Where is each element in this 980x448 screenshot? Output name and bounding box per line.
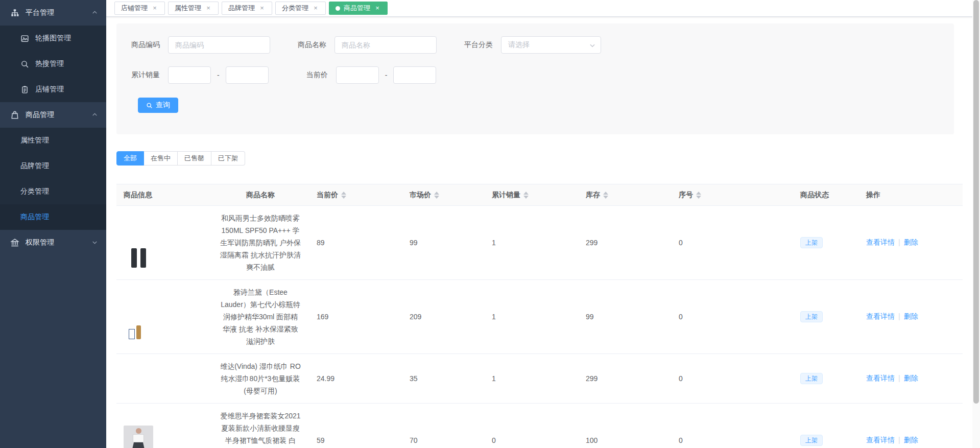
scrollbar-thumb[interactable] xyxy=(973,0,979,404)
tab-brand-management[interactable]: 品牌管理 × xyxy=(222,2,272,15)
tab-attribute-management[interactable]: 属性管理 × xyxy=(168,2,219,15)
delete-link[interactable]: 删除 xyxy=(904,436,918,444)
header-stock[interactable]: 库存 xyxy=(581,191,674,200)
submenu-platform: 轮播图管理 热搜管理 店铺管理 xyxy=(0,26,106,102)
view-detail-link[interactable]: 查看详情 xyxy=(866,374,895,382)
delete-link[interactable]: 删除 xyxy=(904,374,918,382)
close-icon[interactable]: × xyxy=(151,5,158,12)
header-status: 商品状态 xyxy=(795,191,861,200)
stock-cell: 299 xyxy=(581,374,674,383)
market-price-cell: 99 xyxy=(404,239,487,247)
tab-label: 属性管理 xyxy=(175,2,201,14)
sort-carets-icon xyxy=(696,192,701,199)
view-detail-link[interactable]: 查看详情 xyxy=(866,312,895,320)
action-separator: | xyxy=(898,374,900,382)
view-detail-link[interactable]: 查看详情 xyxy=(866,436,895,444)
product-name-label: 商品名称 xyxy=(291,40,326,50)
sales-range-label: 累计销量 xyxy=(124,70,160,80)
sidebar-item-label: 品牌管理 xyxy=(20,161,49,171)
serial-cell: 0 xyxy=(674,436,795,444)
tab-shop-management[interactable]: 店铺管理 × xyxy=(114,2,165,15)
sidebar-item-platform-management[interactable]: 平台管理 xyxy=(0,0,106,26)
query-button[interactable]: 查询 xyxy=(138,98,178,113)
query-button-label: 查询 xyxy=(156,101,170,110)
sidebar-item-label: 轮播图管理 xyxy=(35,34,71,43)
status-badge: 上架 xyxy=(800,435,823,446)
header-product-info: 商品信息 xyxy=(116,191,209,200)
market-price-cell: 209 xyxy=(404,313,487,321)
header-actions: 操作 xyxy=(861,191,963,200)
stock-cell: 100 xyxy=(581,436,674,444)
active-dot-icon xyxy=(336,6,340,11)
status-filter-group: 全部 在售中 已售罄 已下架 xyxy=(116,151,245,166)
current-price-range-label: 当前价 xyxy=(292,70,328,80)
sort-carets-icon xyxy=(341,192,346,199)
search-icon xyxy=(146,102,153,109)
table-row: 维达(Vinda) 湿巾纸巾 RO纯水湿巾80片*3包量贩装 (母婴可用) 24… xyxy=(116,354,963,404)
clipboard-icon xyxy=(20,85,29,94)
stock-cell: 299 xyxy=(581,239,674,247)
serial-cell: 0 xyxy=(674,239,795,247)
product-name-input[interactable] xyxy=(334,36,437,54)
action-separator: | xyxy=(898,312,900,320)
page-content: 商品编码 商品名称 平台分类 请选择 xyxy=(106,17,980,448)
header-serial[interactable]: 序号 xyxy=(674,191,795,200)
submenu-product: 属性管理 品牌管理 分类管理 商品管理 xyxy=(0,128,106,230)
serial-cell: 0 xyxy=(674,374,795,383)
tab-product-management[interactable]: 商品管理 × xyxy=(329,2,388,15)
sitemap-icon xyxy=(10,8,19,17)
platform-category-select[interactable]: 请选择 xyxy=(501,36,601,54)
tab-category-management[interactable]: 分类管理 × xyxy=(275,2,326,15)
action-separator: | xyxy=(898,238,900,246)
filter-off-shelf[interactable]: 已下架 xyxy=(211,151,245,166)
sidebar-item-carousel-management[interactable]: 轮播图管理 xyxy=(0,26,106,51)
delete-link[interactable]: 删除 xyxy=(904,238,918,246)
app-window: 平台管理 轮播图管理 热搜管理 店铺管理 xyxy=(0,0,980,448)
product-name: 和风雨男士多效防晒喷雾150ML SPF50 PA+++ 学生军训防黑防晒乳 户… xyxy=(220,212,301,273)
header-current-price[interactable]: 当前价 xyxy=(312,191,404,200)
view-detail-link[interactable]: 查看详情 xyxy=(866,238,895,246)
sidebar-item-label: 店铺管理 xyxy=(35,85,64,94)
sales-cell: 0 xyxy=(487,436,581,444)
sidebar-item-attribute-management[interactable]: 属性管理 xyxy=(0,128,106,153)
header-total-sales[interactable]: 累计销量 xyxy=(487,191,581,200)
sidebar-item-product-management-active[interactable]: 商品管理 xyxy=(0,204,106,230)
sort-carets-icon xyxy=(523,192,529,199)
close-icon[interactable]: × xyxy=(258,5,266,12)
table-row: 和风雨男士多效防晒喷雾150ML SPF50 PA+++ 学生军训防黑防晒乳 户… xyxy=(116,206,963,280)
sidebar-item-category-management[interactable]: 分类管理 xyxy=(0,179,106,204)
vertical-scrollbar xyxy=(972,0,980,448)
product-code-input[interactable] xyxy=(168,36,270,54)
delete-link[interactable]: 删除 xyxy=(904,312,918,320)
market-price-cell: 35 xyxy=(404,374,487,383)
close-icon[interactable]: × xyxy=(374,5,381,12)
search-panel: 商品编码 商品名称 平台分类 请选择 xyxy=(116,23,954,134)
chevron-down-icon xyxy=(91,239,98,246)
sort-carets-icon xyxy=(434,192,439,199)
current-price-cell: 59 xyxy=(312,436,404,444)
current-price-cell: 24.99 xyxy=(312,374,404,383)
close-icon[interactable]: × xyxy=(312,5,319,12)
price-min-input[interactable] xyxy=(336,66,379,84)
sales-min-input[interactable] xyxy=(168,66,211,84)
close-icon[interactable]: × xyxy=(205,5,212,12)
bag-icon xyxy=(10,110,19,120)
chevron-up-icon xyxy=(91,111,98,118)
sidebar-item-shop-management[interactable]: 店铺管理 xyxy=(0,77,106,102)
header-product-name: 商品名称 xyxy=(209,191,312,200)
sidebar-item-permission-management[interactable]: 权限管理 xyxy=(0,230,106,255)
table-row: 雅诗兰黛（Estee Lauder）第七代小棕瓶特润修护精华30ml 面部精华液… xyxy=(116,280,963,354)
sales-max-input[interactable] xyxy=(226,66,269,84)
sales-cell: 1 xyxy=(487,313,581,321)
filter-sold-out[interactable]: 已售罄 xyxy=(178,151,211,166)
price-max-input[interactable] xyxy=(393,66,436,84)
sidebar-item-product-management[interactable]: 商品管理 xyxy=(0,102,106,128)
filter-on-sale[interactable]: 在售中 xyxy=(144,151,178,166)
sidebar-item-label: 分类管理 xyxy=(20,187,49,196)
sidebar-item-brand-management[interactable]: 品牌管理 xyxy=(0,153,106,179)
header-market-price[interactable]: 市场价 xyxy=(404,191,487,200)
sidebar-item-hot-search-management[interactable]: 热搜管理 xyxy=(0,51,106,77)
search-icon xyxy=(20,60,29,68)
table-header: 商品信息 商品名称 当前价 市场价 累计销量 库存 序号 商品状态 操作 xyxy=(116,184,963,206)
filter-all[interactable]: 全部 xyxy=(116,151,144,166)
